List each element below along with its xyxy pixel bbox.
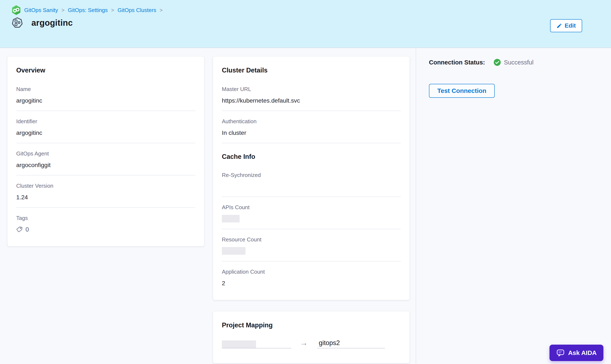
field-label: Resource Count <box>222 236 401 243</box>
field-value: https://kubernetes.default.svc <box>222 96 401 105</box>
page-title: argogitinc <box>31 18 73 28</box>
test-connection-button[interactable]: Test Connection <box>429 84 495 98</box>
field-value: In cluster <box>222 129 401 137</box>
ask-aida-label: Ask AIDA <box>568 349 597 356</box>
field-identifier: Identifier argogitinc <box>16 111 195 143</box>
field-label: Cluster Version <box>16 183 195 189</box>
details-column: Cluster Details Master URL https://kuber… <box>213 56 410 363</box>
field-label: Identifier <box>16 118 195 125</box>
field-label: Master URL <box>222 86 401 92</box>
field-value <box>222 214 401 223</box>
project-mapping-card: Project Mapping → gitops2 <box>213 311 410 363</box>
connection-status-text: Successful <box>504 59 533 66</box>
title-row: argogitinc <box>12 17 611 29</box>
ask-aida-button[interactable]: Ask AIDA <box>549 345 603 361</box>
chat-bubble-icon <box>556 349 565 357</box>
field-name: Name argogitinc <box>16 79 195 111</box>
overview-card-title: Overview <box>16 66 195 74</box>
field-master-url: Master URL https://kubernetes.default.sv… <box>222 79 401 111</box>
breadcrumb-link-gitops-settings[interactable]: GitOps: Settings <box>68 7 108 13</box>
breadcrumb-link-gitops-clusters[interactable]: GitOps Clusters <box>117 7 156 13</box>
arrow-right-icon: → <box>300 339 308 347</box>
field-gitops-agent: GitOps Agent argoconfiggit <box>16 143 195 175</box>
content-area: Overview Name argogitinc Identifier argo… <box>0 48 611 364</box>
field-value: argoconfiggit <box>16 161 195 169</box>
cache-info-title: Cache Info <box>222 153 401 160</box>
breadcrumb-separator: > <box>111 7 114 13</box>
field-value: argogitinc <box>16 129 195 137</box>
field-value <box>222 182 401 191</box>
connection-panel: Connection Status: Successful Test Conne… <box>416 48 611 364</box>
edit-button-label: Edit <box>565 22 576 29</box>
field-application-count: Application Count 2 <box>222 261 401 292</box>
tags-count: 0 <box>26 226 29 233</box>
connection-status-row: Connection Status: Successful <box>429 59 611 66</box>
overview-card: Overview Name argogitinc Identifier argo… <box>7 56 204 246</box>
page-header: GitOps Sanity > GitOps: Settings > GitOp… <box>0 0 611 48</box>
edit-button[interactable]: Edit <box>550 19 582 32</box>
field-label: Name <box>16 86 195 92</box>
breadcrumb-separator: > <box>61 7 65 13</box>
field-value: 1.24 <box>16 193 195 201</box>
cluster-icon <box>12 17 23 29</box>
field-value: 2 <box>222 279 401 287</box>
field-cluster-version: Cluster Version 1.24 <box>16 175 195 208</box>
field-value <box>222 247 401 255</box>
mapping-source-field <box>222 340 291 348</box>
connection-status-label: Connection Status: <box>429 59 485 66</box>
gitops-logo-icon <box>12 5 21 15</box>
project-mapping-row: → gitops2 <box>222 339 401 348</box>
field-label: Tags <box>16 215 195 221</box>
field-label: Authentication <box>222 118 401 125</box>
loading-skeleton <box>222 247 246 255</box>
tag-icon <box>16 226 23 233</box>
field-label: Application Count <box>222 269 401 275</box>
cluster-details-title: Cluster Details <box>222 66 401 74</box>
tags-count-row: 0 <box>16 225 195 234</box>
pencil-icon <box>557 23 562 29</box>
field-re-sychronized: Re-Sychronized <box>222 165 401 197</box>
loading-skeleton <box>222 215 240 222</box>
breadcrumb-separator: > <box>159 7 163 13</box>
field-apis-count: APIs Count <box>222 197 401 229</box>
field-tags: Tags 0 <box>16 208 195 238</box>
field-resource-count: Resource Count <box>222 229 401 261</box>
field-value: argogitinc <box>16 96 195 105</box>
field-label: APIs Count <box>222 204 401 211</box>
loading-skeleton <box>222 340 256 348</box>
check-circle-icon <box>494 59 501 66</box>
breadcrumb: GitOps Sanity > GitOps: Settings > GitOp… <box>12 5 611 15</box>
field-authentication: Authentication In cluster <box>222 111 401 143</box>
cluster-details-card: Cluster Details Master URL https://kuber… <box>213 56 410 300</box>
connection-status-value: Successful <box>494 59 533 66</box>
field-label: GitOps Agent <box>16 150 195 157</box>
mapping-target-field: gitops2 <box>317 339 385 348</box>
field-label: Re-Sychronized <box>222 172 401 178</box>
overview-column: Overview Name argogitinc Identifier argo… <box>7 56 204 246</box>
test-connection-label: Test Connection <box>437 87 486 94</box>
main-content: Overview Name argogitinc Identifier argo… <box>0 48 416 364</box>
project-mapping-title: Project Mapping <box>222 322 401 329</box>
breadcrumb-link-gitops-sanity[interactable]: GitOps Sanity <box>24 7 58 13</box>
